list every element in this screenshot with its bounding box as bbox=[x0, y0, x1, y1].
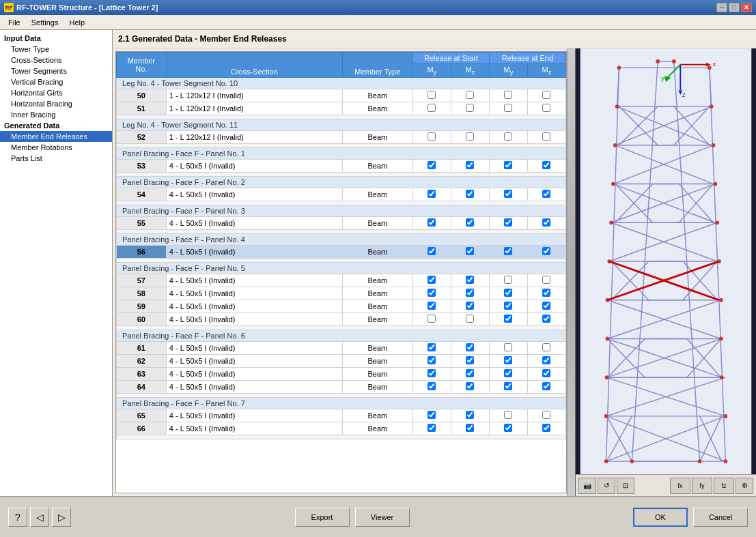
input-data-section: Input Data bbox=[0, 33, 112, 44]
table-row[interactable]: 501 - L 120x12 I (Invalid)Beam bbox=[117, 89, 566, 102]
sidebar-item-horizontal-girts[interactable]: Horizontal Girts bbox=[0, 87, 112, 98]
svg-point-84 bbox=[604, 414, 608, 418]
sidebar-item-vertical-bracing[interactable]: Vertical Bracing bbox=[0, 76, 112, 87]
back-button[interactable]: ◁ bbox=[30, 508, 49, 527]
menu-help[interactable]: Help bbox=[64, 17, 90, 28]
table-section-header: Panel Bracing - Face F - Panel No. 4 bbox=[117, 234, 566, 246]
sidebar-item-member-end-releases[interactable]: Member End Releases bbox=[0, 131, 112, 142]
table-row[interactable]: 634 - L 50x5 I (Invalid)Beam bbox=[117, 368, 566, 381]
release-start-header: Release at Start bbox=[412, 53, 489, 64]
svg-point-90 bbox=[630, 459, 634, 463]
release-end-header: Release at End bbox=[489, 53, 565, 64]
sidebar-item-tower-type[interactable]: Tower Type bbox=[0, 44, 112, 55]
close-button[interactable]: ✕ bbox=[741, 3, 752, 12]
c-mz-header: Mz bbox=[451, 64, 489, 78]
forward-button[interactable]: ▷ bbox=[52, 508, 71, 527]
table-row[interactable]: 604 - L 50x5 I (Invalid)Beam bbox=[117, 313, 566, 326]
table-section-header: Panel Bracing - Face F - Panel No. 6 bbox=[117, 330, 566, 342]
table-row[interactable]: 521 - L 120x12 I (Invalid)Beam bbox=[117, 131, 566, 144]
table-row[interactable]: 511 - L 120x12 I (Invalid)Beam bbox=[117, 102, 566, 115]
svg-point-79 bbox=[719, 298, 723, 302]
table-row[interactable]: 594 - L 50x5 I (Invalid)Beam bbox=[117, 300, 566, 313]
svg-text:y: y bbox=[661, 74, 664, 82]
data-table-scroll[interactable]: MemberNo. Cross-Section Member Type Rele… bbox=[115, 51, 567, 493]
svg-point-82 bbox=[605, 375, 609, 379]
title-bar: RF RF-TOWER Structure - [Lattice Tower 2… bbox=[0, 0, 756, 15]
table-section-header: Panel Bracing - Face F - Panel No. 7 bbox=[117, 398, 566, 409]
scrollbar-area[interactable] bbox=[567, 48, 575, 496]
svg-point-74 bbox=[609, 220, 613, 224]
svg-point-88 bbox=[656, 59, 660, 63]
spacer-row bbox=[117, 435, 566, 439]
sidebar-item-cross-sections[interactable]: Cross-Sections bbox=[0, 55, 112, 66]
svg-point-69 bbox=[710, 104, 714, 108]
bottom-left-buttons: ? ◁ ▷ bbox=[8, 508, 71, 527]
bottom-bar: ? ◁ ▷ Export Viewer OK Cancel bbox=[0, 496, 756, 537]
table-row[interactable]: 554 - L 50x5 I (Invalid)Beam bbox=[117, 217, 566, 230]
tower-svg: x z y bbox=[576, 48, 756, 474]
table-section-header: Panel Bracing - Face F - Panel No. 5 bbox=[117, 263, 566, 274]
fit-button[interactable]: ⊡ bbox=[617, 478, 634, 494]
table-row[interactable]: 644 - L 50x5 I (Invalid)Beam bbox=[117, 381, 566, 394]
svg-text:z: z bbox=[682, 91, 686, 98]
table-row[interactable]: 624 - L 50x5 I (Invalid)Beam bbox=[117, 355, 566, 368]
sidebar-item-tower-segments[interactable]: Tower Segments bbox=[0, 66, 112, 76]
table-row[interactable]: 574 - L 50x5 I (Invalid)Beam bbox=[117, 274, 566, 287]
c-my-header: My bbox=[412, 64, 451, 78]
viewer-button[interactable]: Viewer bbox=[355, 508, 410, 527]
svg-point-70 bbox=[613, 143, 617, 147]
svg-point-89 bbox=[672, 59, 676, 63]
table-row[interactable]: 564 - L 50x5 I (Invalid)Beam bbox=[117, 246, 566, 259]
menu-file[interactable]: File bbox=[3, 17, 26, 28]
help-button[interactable]: ? bbox=[8, 508, 27, 527]
export-button[interactable]: Export bbox=[295, 508, 350, 527]
fz-button[interactable]: fz bbox=[714, 478, 734, 494]
sidebar-item-horizontal-bracing[interactable]: Horizontal Bracing bbox=[0, 98, 112, 109]
table-section-header: Panel Bracing - Face F - Panel No. 1 bbox=[117, 148, 566, 160]
svg-point-67 bbox=[708, 66, 712, 70]
svg-point-68 bbox=[615, 104, 619, 108]
fy-button[interactable]: fy bbox=[692, 478, 712, 494]
svg-point-91 bbox=[698, 459, 702, 463]
window-controls: ─ □ ✕ bbox=[716, 3, 752, 12]
menu-settings[interactable]: Settings bbox=[26, 17, 64, 28]
bottom-center-buttons: Export Viewer bbox=[295, 508, 410, 527]
table-row[interactable]: 584 - L 50x5 I (Invalid)Beam bbox=[117, 287, 566, 300]
sidebar-item-member-rotations[interactable]: Member Rotations bbox=[0, 142, 112, 153]
settings-button[interactable]: ⚙ bbox=[736, 478, 753, 494]
d-mz-header: Mz bbox=[527, 64, 565, 78]
table-row[interactable]: 534 - L 50x5 I (Invalid)Beam bbox=[117, 160, 566, 173]
svg-text:x: x bbox=[713, 60, 716, 68]
cross-section-header: Cross-Section bbox=[166, 53, 342, 78]
menu-bar: File Settings Help bbox=[0, 15, 756, 30]
table-row[interactable]: 664 - L 50x5 I (Invalid)Beam bbox=[117, 422, 566, 435]
svg-point-85 bbox=[724, 414, 728, 418]
svg-point-66 bbox=[617, 66, 621, 70]
bottom-right-buttons: OK Cancel bbox=[633, 508, 748, 527]
panel-header: 2.1 Generated Data - Member End Releases bbox=[113, 30, 756, 48]
table-section-header: Panel Bracing - Face F - Panel No. 3 bbox=[117, 205, 566, 217]
maximize-button[interactable]: □ bbox=[729, 3, 740, 12]
minimize-button[interactable]: ─ bbox=[716, 3, 727, 12]
table-row[interactable]: 544 - L 50x5 I (Invalid)Beam bbox=[117, 188, 566, 201]
svg-point-71 bbox=[712, 143, 716, 147]
window-title: RF-TOWER Structure - [Lattice Tower 2] bbox=[16, 3, 158, 12]
table-section-header: Leg No. 4 - Tower Segment No. 10 bbox=[117, 78, 566, 89]
rotate-button[interactable]: ↺ bbox=[598, 478, 615, 494]
svg-point-72 bbox=[611, 182, 615, 186]
cancel-button[interactable]: Cancel bbox=[693, 508, 748, 527]
table-row[interactable]: 654 - L 50x5 I (Invalid)Beam bbox=[117, 409, 566, 422]
camera-button[interactable]: 📷 bbox=[578, 478, 596, 494]
table-section-header: Leg No. 4 - Tower Segment No. 11 bbox=[117, 119, 566, 131]
member-no-header: MemberNo. bbox=[117, 53, 167, 78]
fx-button[interactable]: fx bbox=[670, 478, 690, 494]
member-type-header: Member Type bbox=[342, 53, 412, 78]
svg-point-87 bbox=[724, 459, 728, 463]
sidebar-item-inner-bracing[interactable]: Inner Bracing bbox=[0, 109, 112, 120]
table-row[interactable]: 614 - L 50x5 I (Invalid)Beam bbox=[117, 342, 566, 355]
app-icon: RF bbox=[4, 3, 14, 12]
table-container: MemberNo. Cross-Section Member Type Rele… bbox=[113, 48, 756, 496]
ok-button[interactable]: OK bbox=[633, 508, 688, 527]
sidebar-item-parts-list[interactable]: Parts List bbox=[0, 153, 112, 164]
svg-point-73 bbox=[713, 182, 717, 186]
